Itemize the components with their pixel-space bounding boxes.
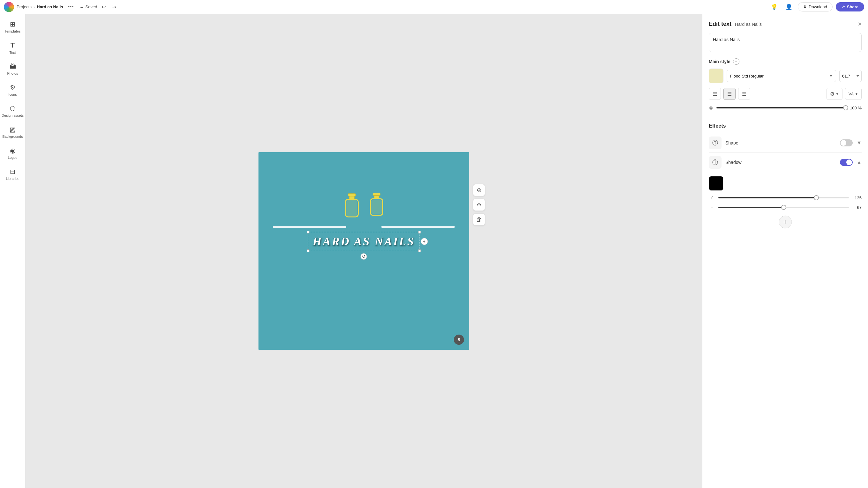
backgrounds-icon: ▨ [9,126,16,133]
more-options-button[interactable]: ••• [66,3,75,11]
sidebar-item-label: Libraries [6,177,19,181]
sidebar-item-label: Photos [7,71,18,75]
canvas-container: + ↺ HARD AS NAILS ⊕ ⚙ 🗑 5 [258,152,434,244]
save-status: ☁ Saved [80,4,97,9]
nail-bottle-left [342,190,362,222]
svg-rect-4 [373,193,380,196]
handle-top-right[interactable] [418,231,421,233]
line-left [273,226,346,228]
undo-redo-group: ↩ ↪ [99,2,118,12]
text-element[interactable]: + ↺ HARD AS NAILS [308,232,420,244]
photos-icon: 🏔 [9,63,16,70]
saved-label: Saved [86,4,97,9]
sidebar-item-libraries[interactable]: ⊟ Libraries [2,164,24,184]
breadcrumb-separator: › [33,4,35,9]
svg-rect-0 [348,194,356,196]
icons-icon: ⚙ [10,84,16,91]
canvas[interactable]: + ↺ HARD AS NAILS [258,152,434,244]
sidebar-item-label: Templates [4,29,21,33]
svg-rect-3 [347,200,358,216]
nail-bottle-right [368,190,385,221]
logos-icon: ◉ [10,147,15,154]
breadcrumb: Projects › Hard as Nails [17,4,63,9]
sidebar-item-label: Icons [8,93,17,96]
sidebar-item-label: Design assets [2,113,24,118]
sidebar-item-backgrounds[interactable]: ▨ Backgrounds [2,122,24,142]
sidebar-item-label: Backgrounds [2,135,23,138]
undo-button[interactable]: ↩ [99,2,108,12]
sidebar-item-logos[interactable]: ◉ Logos [2,143,24,163]
cloud-icon: ☁ [80,4,84,9]
canvas-area: + ↺ HARD AS NAILS ⊕ ⚙ 🗑 5 [26,14,434,244]
sidebar-item-icons[interactable]: ⚙ Icons [2,80,24,100]
text-content: HARD AS NAILS [313,235,415,244]
sidebar-item-label: Text [9,51,16,55]
sidebar-item-design-assets[interactable]: ⬡ Design assets [2,101,24,121]
text-icon: T [10,41,15,50]
templates-icon: ⊞ [10,21,15,28]
line-right [381,226,434,228]
design-assets-icon: ⬡ [10,105,15,112]
app-logo[interactable] [4,2,14,12]
expand-handle[interactable]: + [421,238,428,244]
sidebar-item-templates[interactable]: ⊞ Templates [2,17,24,37]
breadcrumb-project-name: Hard as Nails [37,4,63,9]
nail-polish-group [342,190,385,222]
handle-top-left[interactable] [307,231,310,233]
redo-button[interactable]: ↪ [110,2,118,12]
sidebar-item-label: Logos [8,156,18,160]
sidebar: ⊞ Templates T Text 🏔 Photos ⚙ Icons ⬡ De… [0,14,26,244]
sidebar-item-text[interactable]: T Text [2,38,24,58]
sidebar-item-photos[interactable]: 🏔 Photos [2,59,24,79]
topbar: Projects › Hard as Nails ••• ☁ Saved ↩ ↪… [0,0,434,14]
svg-rect-7 [371,200,382,214]
breadcrumb-projects[interactable]: Projects [17,4,32,9]
libraries-icon: ⊟ [10,168,15,175]
